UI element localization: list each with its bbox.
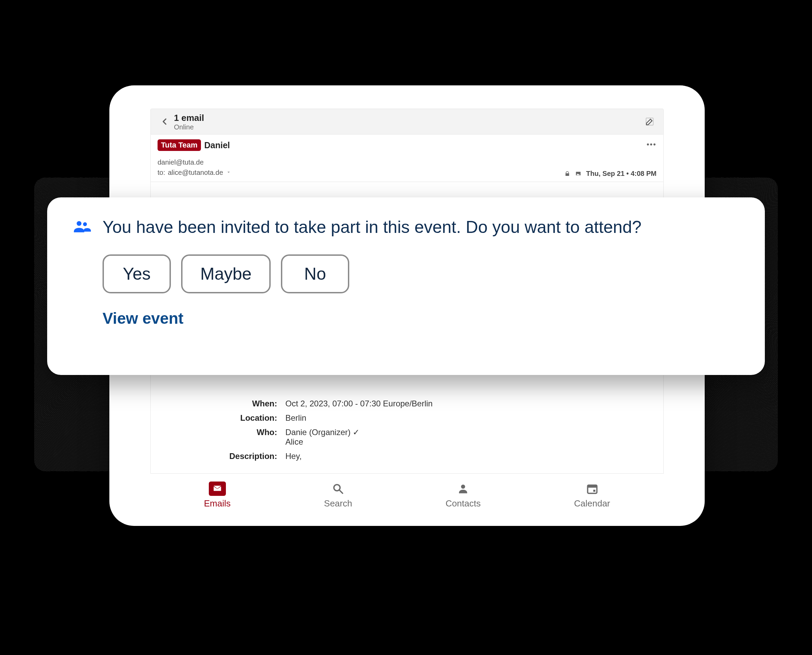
view-event-link[interactable]: View event (103, 309, 183, 328)
contacts-icon (455, 482, 471, 495)
mail-meta-block: Tuta Team Daniel ••• daniel@tuta.de to: … (150, 135, 664, 182)
image-icon (575, 171, 581, 177)
compose-button[interactable] (643, 115, 656, 128)
svg-rect-0 (646, 118, 653, 125)
svg-rect-6 (587, 485, 597, 488)
svg-point-9 (83, 222, 87, 226)
nav-calendar-label: Calendar (574, 498, 610, 509)
connection-status: Online (174, 123, 643, 131)
nav-contacts[interactable]: Contacts (446, 482, 481, 509)
nav-contacts-label: Contacts (446, 498, 481, 509)
from-address: daniel@tuta.de (157, 157, 656, 168)
people-icon (71, 218, 93, 237)
to-address: alice@tutanota.de (168, 168, 223, 178)
to-prefix: to: (157, 168, 165, 178)
bottom-nav: Emails Search Contacts (150, 474, 664, 512)
detail-label-location: Location: (171, 413, 277, 423)
detail-label-when: When: (171, 399, 277, 409)
svg-point-8 (77, 221, 81, 226)
nav-search-label: Search (324, 498, 352, 509)
svg-line-3 (340, 490, 343, 494)
more-actions-button[interactable]: ••• (647, 140, 656, 149)
nav-search[interactable]: Search (324, 482, 352, 509)
calendar-icon (584, 482, 601, 495)
chevron-down-icon (226, 168, 231, 178)
rsvp-no-button[interactable]: No (281, 254, 349, 293)
detail-value-description: Hey, (285, 452, 656, 461)
detail-value-when: Oct 2, 2023, 07:00 - 07:30 Europe/Berlin (285, 399, 656, 409)
nav-emails-label: Emails (204, 498, 231, 509)
nav-emails[interactable]: Emails (204, 482, 231, 509)
mail-timestamp: Thu, Sep 21 • 4:08 PM (586, 170, 656, 178)
invite-prompt: You have been invited to take part in th… (103, 217, 641, 238)
rsvp-maybe-button[interactable]: Maybe (181, 254, 271, 293)
chevron-left-icon (160, 117, 169, 126)
team-badge: Tuta Team (157, 139, 201, 151)
compose-icon (645, 117, 655, 126)
organizer-name: Danie (Organizer) ✓ (285, 427, 656, 437)
detail-value-who: Danie (Organizer) ✓ Alice (285, 427, 656, 447)
invite-overlay: You have been invited to take part in th… (47, 197, 765, 375)
svg-rect-7 (593, 490, 595, 492)
rsvp-yes-button[interactable]: Yes (103, 254, 171, 293)
detail-value-location: Berlin (285, 413, 656, 423)
attendee-name: Alice (285, 437, 656, 447)
detail-label-description: Description: (171, 452, 277, 461)
mail-icon (209, 481, 226, 496)
svg-point-4 (461, 484, 465, 489)
lock-icon (564, 171, 570, 177)
detail-label-who: Who: (171, 427, 277, 447)
back-button[interactable] (157, 114, 172, 129)
inbox-count: 1 email (174, 113, 643, 123)
search-icon (330, 482, 347, 495)
mail-header-bar: 1 email Online (150, 109, 664, 135)
sender-name: Daniel (204, 140, 230, 150)
nav-calendar[interactable]: Calendar (574, 482, 610, 509)
